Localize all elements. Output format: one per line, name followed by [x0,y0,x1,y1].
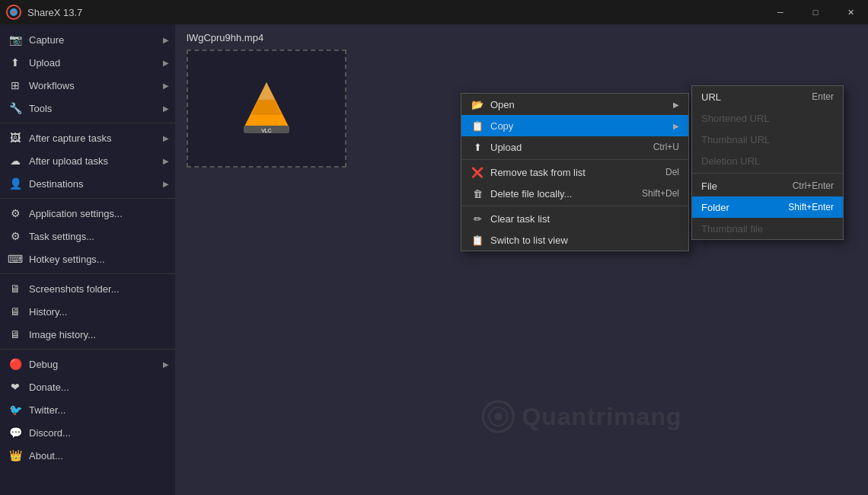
sidebar-label-capture: Capture [29,34,64,46]
after-upload-arrow: ▶ [163,157,169,165]
sidebar: 📷 Capture ▶ ⬆ Upload ▶ ⊞ Workflows ▶ 🔧 T… [0,24,175,495]
sidebar-label-twitter: Twitter... [29,404,65,416]
sidebar-item-upload[interactable]: ⬆ Upload ▶ [0,51,175,74]
main-content: lWgCpru9hh.mp4 VLC [175,24,868,495]
app-settings-icon: ⚙ [8,206,23,221]
workflows-arrow: ▶ [163,81,169,90]
ctx-divider-1 [461,159,688,160]
sub-folder-label: Folder [701,202,773,213]
ctx-remove-task[interactable]: ❌ Remove task from list Del [461,161,688,183]
sidebar-item-hotkey-settings[interactable]: ⌨ Hotkey settings... [0,248,175,270]
sidebar-item-after-capture[interactable]: 🖼 After capture tasks ▶ [0,126,175,149]
sidebar-item-destinations[interactable]: 👤 Destinations ▶ [0,172,175,195]
sub-folder[interactable]: Folder Shift+Enter [692,196,843,218]
sidebar-item-after-upload[interactable]: ☁ After upload tasks ▶ [0,149,175,172]
sub-url[interactable]: URL Enter [692,86,843,107]
after-capture-icon: 🖼 [8,130,23,145]
upload-arrow: ▶ [163,59,169,67]
app-body: 📷 Capture ▶ ⬆ Upload ▶ ⊞ Workflows ▶ 🔧 T… [0,24,868,495]
sidebar-item-capture[interactable]: 📷 Capture ▶ [0,28,175,51]
ctx-clear-task[interactable]: ✏ Clear task list [461,208,688,229]
ctx-remove-icon: ❌ [471,165,484,179]
sidebar-item-discord[interactable]: 💬 Discord... [0,421,175,444]
image-history-icon: 🖥 [8,327,23,342]
sub-thumbnail-url: Thumbnail URL [692,129,843,150]
sidebar-item-image-history[interactable]: 🖥 Image history... [0,323,175,346]
ctx-delete-file[interactable]: 🗑 Delete file locally... Shift+Del [461,183,688,204]
copy-submenu: URL Enter Shortened URL Thumbnail URL De… [691,85,844,240]
sub-shortened-url-label: Shortened URL [701,113,834,124]
sub-thumbnail-file-label: Thumbnail file [701,223,834,235]
watermark-text: Quantrimang [522,403,681,431]
ctx-open-arrow: ▶ [673,101,679,109]
svg-text:VLC: VLC [261,128,272,133]
after-capture-arrow: ▶ [163,134,169,142]
window-controls: ─ □ ✕ [763,0,868,24]
ctx-switch-icon: 📋 [471,233,484,247]
upload-icon: ⬆ [8,55,23,70]
title-bar: ShareX 13.7 ─ □ ✕ [0,0,868,24]
sidebar-item-workflows[interactable]: ⊞ Workflows ▶ [0,74,175,97]
sidebar-label-image-history: Image history... [29,329,96,340]
ctx-delete-shortcut: Shift+Del [642,188,679,199]
sub-folder-shortcut: Shift+Enter [788,202,834,212]
divider-2 [0,198,175,199]
svg-point-2 [12,11,15,14]
destinations-icon: 👤 [8,176,23,191]
capture-icon: 📷 [8,32,23,47]
sidebar-item-app-settings[interactable]: ⚙ Application settings... [0,202,175,225]
sub-file-label: File [701,180,777,192]
ctx-remove-label: Remove task from list [490,167,650,178]
ctx-copy-arrow: ▶ [673,122,679,130]
about-icon: 👑 [8,448,23,463]
sub-divider-1 [692,173,843,174]
tools-arrow: ▶ [163,104,169,113]
destinations-arrow: ▶ [163,180,169,188]
app-logo [6,5,21,20]
sidebar-item-tools[interactable]: 🔧 Tools ▶ [0,97,175,120]
ctx-switch-view[interactable]: 📋 Switch to list view [461,229,688,251]
sidebar-item-donate[interactable]: ❤ Donate... [0,375,175,398]
ctx-copy[interactable]: 📋 Copy ▶ [461,115,688,136]
sidebar-item-task-settings[interactable]: ⚙ Task settings... [0,225,175,248]
sub-thumbnail-url-label: Thumbnail URL [701,134,834,145]
watermark: Quantrimang [481,400,681,434]
debug-icon: 🔴 [8,356,23,372]
sidebar-label-after-upload: After upload tasks [29,155,108,167]
capture-arrow: ▶ [163,36,169,44]
sidebar-label-after-capture: After capture tasks [29,133,111,144]
sidebar-item-twitter[interactable]: 🐦 Twitter... [0,398,175,421]
workflows-icon: ⊞ [8,78,23,93]
ctx-open[interactable]: 📂 Open ▶ [461,94,688,115]
ctx-delete-icon: 🗑 [471,187,484,200]
divider-1 [0,123,175,123]
sidebar-label-destinations: Destinations [29,178,84,190]
divider-3 [0,273,175,274]
ctx-copy-icon: 📋 [471,119,484,133]
sidebar-item-about[interactable]: 👑 About... [0,444,175,467]
context-menu: 📂 Open ▶ 📋 Copy ▶ ⬆ Upload Ctrl+U ❌ Remo… [461,93,689,251]
sidebar-item-screenshots-folder[interactable]: 🖥 Screenshots folder... [0,277,175,300]
ctx-upload-icon: ⬆ [471,140,484,154]
sidebar-label-upload: Upload [29,57,60,69]
donate-icon: ❤ [8,379,23,394]
debug-arrow: ▶ [163,360,169,369]
sidebar-item-history[interactable]: 🖥 History... [0,300,175,323]
screenshots-folder-icon: 🖥 [8,281,23,296]
app-title: ShareX 13.7 [27,7,82,18]
ctx-delete-label: Delete file locally... [490,188,627,200]
sidebar-label-task-settings: Task settings... [29,231,94,242]
sidebar-label-app-settings: Application settings... [29,208,123,219]
close-button[interactable]: ✕ [833,0,868,24]
ctx-upload[interactable]: ⬆ Upload Ctrl+U [461,136,688,158]
sidebar-item-debug[interactable]: 🔴 Debug ▶ [0,353,175,375]
sidebar-label-debug: Debug [29,359,58,370]
maximize-button[interactable]: □ [798,0,833,24]
ctx-upload-label: Upload [490,142,638,153]
after-upload-icon: ☁ [8,153,23,168]
sub-file[interactable]: File Ctrl+Enter [692,175,843,196]
sidebar-label-discord: Discord... [29,427,71,439]
divider-4 [0,349,175,350]
sub-file-shortcut: Ctrl+Enter [793,180,834,191]
minimize-button[interactable]: ─ [763,0,798,24]
